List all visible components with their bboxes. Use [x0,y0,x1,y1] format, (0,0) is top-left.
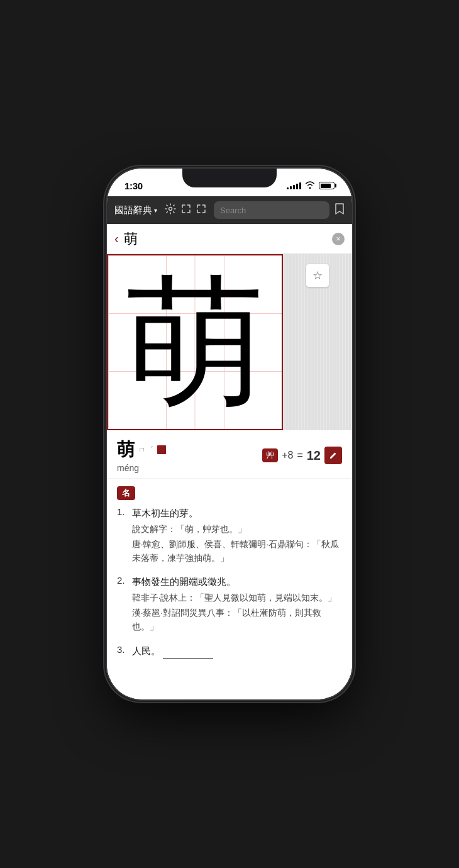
bookmark-icon[interactable] [335,203,345,218]
status-time: 1:30 [124,181,143,191]
def-example-1-1: 唐·韓愈、劉師服、侯喜、軒轅彌明·石鼎聯句：「秋瓜未落蒂，凍芋強抽萌。」 [132,538,342,565]
def-content-2: 事物發生的開端或徵兆。 韓非子·說林上：「聖人見微以知萌，見端以知末。」 漢·蔡… [132,575,342,633]
svg-point-0 [169,208,172,211]
def-number-1: 1. [117,506,128,565]
expand-icon[interactable] [196,204,206,216]
phonetic-tone: ˊ [150,445,153,454]
def-example-2-1: 漢·蔡邕·對詔問災異八事：「以杜漸防萌，則其救也。」 [132,606,342,633]
star-button[interactable]: ☆ [306,264,329,287]
battery-fill [321,184,331,188]
minimize-icon[interactable] [181,204,191,216]
definition-item-3: 3. 人民。 [117,644,342,659]
def-number-3: 3. [117,644,128,659]
toolbar-icons [165,203,206,217]
signal-bar-4 [296,184,298,189]
char-info-left: 萌 ㄇ ˊ méng [117,438,166,473]
signal-bars-icon [287,182,301,189]
signal-bar-5 [299,182,301,189]
info-section: 萌 ㄇ ˊ méng 艸 +8 = 12 [107,430,352,479]
equals-sign: = [297,450,302,461]
char-display-area: 萌 ☆ [107,254,352,430]
def-content-1: 草木初生的芽。 說文解字：「萌，艸芽也。」 唐·韓愈、劉師服、侯喜、軒轅彌明·石… [132,506,342,565]
def-underline-3 [163,644,213,659]
battery-icon [319,182,335,189]
definition-list: 1. 草木初生的芽。 說文解字：「萌，艸芽也。」 唐·韓愈、劉師服、侯喜、軒轅彌… [117,506,342,659]
def-number-2: 2. [117,575,128,633]
edit-button[interactable] [324,447,342,464]
char-color-box [157,445,166,454]
char-title-row: 萌 ㄇ ˊ [117,438,166,462]
content-area: 名 1. 草木初生的芽。 說文解字：「萌，艸芽也。」 唐·韓愈、劉師服、侯喜、軒… [107,479,352,676]
signal-bar-2 [290,186,292,189]
char-side-panel: ☆ [283,254,352,430]
content-scroll[interactable]: 名 1. 草木初生的芽。 說文解字：「萌，艸芽也。」 唐·韓愈、劉師服、侯喜、軒… [107,479,352,699]
char-display: 萌 [108,273,282,411]
definition-item-1: 1. 草木初生的芽。 說文解字：「萌，艸芽也。」 唐·韓愈、劉師服、侯喜、軒轅彌… [117,506,342,565]
notch [182,169,277,187]
signal-bar-3 [293,185,295,189]
search-input[interactable] [214,201,329,219]
app-title-text: 國語辭典 [114,204,152,216]
char-pronunciation: méng [117,463,166,473]
clear-button[interactable]: × [332,233,345,245]
screen: 1:30 [107,169,352,699]
definition-item-2: 2. 事物發生的開端或徵兆。 韓非子·說林上：「聖人見微以知萌，見端以知末。」 … [117,575,342,633]
wifi-icon [305,181,315,191]
phone-frame: 1:30 [107,169,352,699]
char-big: 萌 [117,438,135,462]
app-toolbar: 國語辭典 ▾ [107,196,352,224]
toolbar-title: 國語辭典 ▾ [114,204,157,216]
stroke-info: 艸 +8 = 12 [262,447,342,464]
dropdown-arrow-icon[interactable]: ▾ [154,207,157,214]
phonetic-small: ㄇ [138,445,146,455]
settings-icon[interactable] [165,203,176,217]
search-bar-wrapper [214,201,329,219]
signal-bar-1 [287,187,289,189]
back-button[interactable]: ‹ [114,231,119,246]
total-strokes: 12 [307,448,321,463]
status-icons [287,181,335,191]
stroke-plus: +8 [282,450,293,461]
def-example-2-0: 韓非子·說林上：「聖人見微以知萌，見端以知末。」 [132,591,342,605]
pos-badge: 名 [117,486,135,500]
char-input[interactable] [124,231,327,247]
char-canvas: 萌 [107,254,283,430]
def-main-1: 草木初生的芽。 [132,506,342,521]
def-example-1-0: 說文解字：「萌，艸芽也。」 [132,523,342,537]
def-main-2: 事物發生的開端或徵兆。 [132,575,342,589]
def-main-3: 人民。 [132,644,342,659]
radical-badge: 艸 [262,448,278,462]
char-search-bar: ‹ × [107,224,352,254]
def-content-3: 人民。 [132,644,342,659]
